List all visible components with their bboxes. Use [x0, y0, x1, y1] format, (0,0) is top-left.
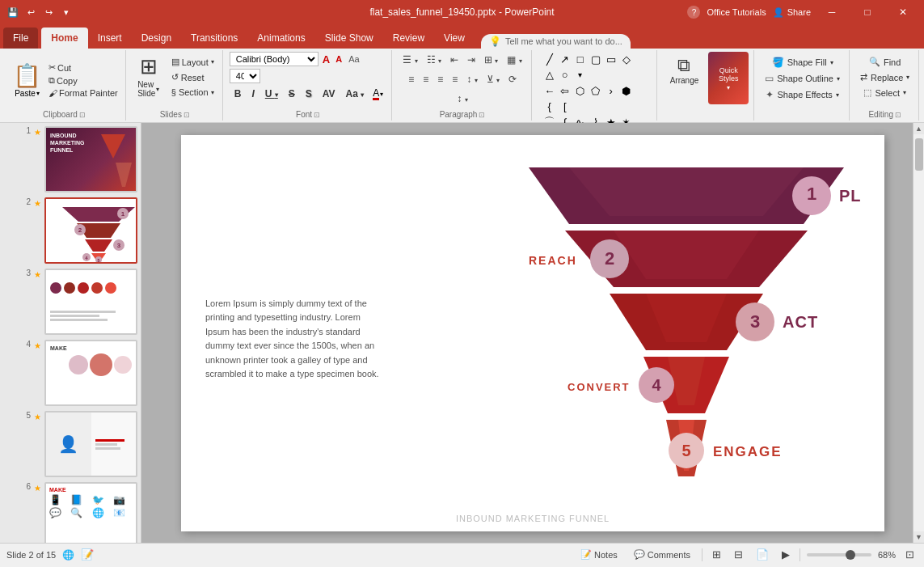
italic-button[interactable]: I — [247, 86, 259, 102]
tell-me-bar[interactable]: 💡 Tell me what you want to do... — [481, 34, 631, 49]
minimize-button[interactable]: ─ — [817, 0, 846, 24]
snip-rect-shape[interactable]: ▭ — [604, 52, 618, 66]
font-size-select[interactable]: 40 — [230, 69, 260, 83]
tab-file[interactable]: File — [3, 28, 38, 49]
zoom-slider[interactable] — [807, 553, 871, 556]
layout-button[interactable]: ▤ Layout ▾ — [168, 55, 217, 69]
format-painter-button[interactable]: 🖌 Format Painter — [46, 87, 120, 99]
save-icon[interactable]: 💾 — [6, 6, 19, 19]
bullets-button[interactable]: ☰ ▾ — [399, 52, 421, 68]
reset-button[interactable]: ↺ Reset — [168, 70, 217, 84]
arrow2-shape[interactable]: ⇦ — [558, 83, 572, 98]
smartart-button[interactable]: ⊞ ▾ — [480, 52, 502, 68]
numbering-button[interactable]: ☷ ▾ — [423, 52, 445, 68]
zoom-thumb[interactable] — [846, 550, 855, 560]
tab-transitions[interactable]: Transitions — [181, 28, 247, 49]
tab-view[interactable]: View — [434, 28, 475, 49]
close-button[interactable]: ✕ — [888, 0, 918, 24]
increase-indent-button[interactable]: ⇥ — [463, 52, 479, 68]
convert-smartart-button[interactable]: ⟳ — [504, 71, 521, 87]
quick-styles-button[interactable]: QuickStyles ▾ — [708, 52, 749, 104]
triangle-shape[interactable]: △ — [542, 67, 557, 82]
shadow-button[interactable]: S — [301, 86, 317, 102]
arrange-button[interactable]: ⧉ Arrange — [664, 52, 706, 88]
office-tutorials[interactable]: Office Tutorials — [707, 7, 766, 17]
help-search[interactable]: ? — [687, 6, 700, 19]
char-spacing-button[interactable]: AV — [318, 86, 340, 102]
new-slide-button[interactable]: ⊞ New Slide ▾ — [133, 52, 165, 100]
tab-slideshow[interactable]: Slide Show — [315, 28, 383, 49]
tab-insert[interactable]: Insert — [88, 28, 132, 49]
rect-shape[interactable]: □ — [573, 52, 588, 66]
circle-shape[interactable]: ○ — [558, 67, 572, 82]
underline-button[interactable]: U ▾ — [260, 86, 283, 102]
slide-sorter-button[interactable]: ⊟ — [731, 547, 746, 562]
comments-button[interactable]: 💬 Comments — [629, 548, 695, 561]
chevron-shape[interactable]: › — [604, 83, 618, 98]
notes-button[interactable]: 📝 Notes — [576, 548, 622, 561]
reading-view-button[interactable]: 📄 — [753, 547, 772, 562]
customize-icon[interactable]: ▾ — [60, 6, 73, 19]
replace-button[interactable]: ⇄ Replace ▾ — [856, 70, 913, 84]
text-direction-button[interactable]: ↕ ▾ — [462, 71, 481, 87]
slides-expand-icon[interactable]: ⊡ — [184, 111, 190, 119]
slide-thumb-4[interactable]: MAKE — [44, 340, 137, 406]
share-button[interactable]: 👤 Share — [773, 7, 811, 18]
scroll-down-arrow[interactable]: ▼ — [913, 531, 925, 543]
shape-outline-button[interactable]: ▭ Shape Outline ▾ — [761, 71, 844, 86]
editing-expand-icon[interactable]: ⊡ — [895, 111, 901, 119]
section-button[interactable]: § Section ▾ — [168, 86, 217, 99]
clipboard-expand-icon[interactable]: ⊡ — [79, 111, 86, 119]
bracket-shape[interactable]: [ — [558, 99, 572, 113]
font-name-select[interactable]: Calibri (Body) — [230, 52, 319, 66]
tab-animations[interactable]: Animations — [247, 28, 314, 49]
scroll-up-arrow[interactable]: ▲ — [913, 123, 925, 134]
cut-button[interactable]: ✂ Cut — [46, 61, 120, 74]
arrow-shape[interactable]: ← — [542, 83, 557, 98]
font-expand-icon[interactable]: ⊡ — [314, 111, 320, 119]
slide-thumb-2[interactable]: 1 2 3 4 5 — [44, 197, 137, 264]
tab-review[interactable]: Review — [383, 28, 434, 49]
maximize-button[interactable]: □ — [853, 0, 882, 24]
shape-fill-button[interactable]: 🪣 Shape Fill ▾ — [768, 55, 838, 70]
slide-thumb-1[interactable]: INBOUNDMARKETINGFUNNEL — [44, 126, 137, 193]
slide-thumb-5[interactable]: 👤 — [44, 411, 137, 477]
cube-shape[interactable]: ⬢ — [619, 83, 634, 98]
tab-home[interactable]: Home — [41, 28, 87, 49]
more-shapes[interactable]: ▾ — [573, 67, 588, 82]
slide-thumb-6[interactable]: MAKE 📱 📘 🐦 📷 💬 🔍 🌐 📧 — [44, 482, 137, 543]
undo-icon[interactable]: ↩ — [24, 6, 37, 19]
pentagon-shape[interactable]: ⬠ — [589, 83, 603, 98]
fit-to-window-button[interactable]: ⊡ — [902, 547, 918, 562]
clear-format-button[interactable]: Aa — [346, 53, 361, 65]
align-text-button[interactable]: ⊻ ▾ — [483, 71, 504, 87]
align-left-button[interactable]: ≡ — [404, 71, 418, 87]
align-center-button[interactable]: ≡ — [419, 71, 432, 87]
tab-design[interactable]: Design — [132, 28, 181, 49]
change-case-button[interactable]: Aa ▾ — [341, 86, 369, 102]
strikethrough-button[interactable]: S — [284, 86, 300, 102]
columns-button[interactable]: ▦ ▾ — [503, 52, 525, 68]
rounded-rect-shape[interactable]: ▢ — [589, 52, 603, 66]
select-button[interactable]: ⬚ Select ▾ — [859, 86, 910, 99]
body-text[interactable]: Lorem Ipsum is simply dummy text of the … — [205, 297, 383, 383]
copy-button[interactable]: ⧉ Copy — [46, 74, 120, 87]
slide-thumb-3[interactable] — [44, 269, 137, 335]
connector-shape[interactable]: ↗ — [558, 52, 572, 66]
redo-icon[interactable]: ↪ — [42, 6, 55, 19]
brace-shape[interactable]: { — [542, 99, 557, 113]
increase-size-button[interactable]: A — [320, 53, 332, 66]
paste-button[interactable]: 📋 Paste ▾ — [8, 61, 46, 99]
diamond-shape[interactable]: ◇ — [619, 52, 634, 66]
line-spacing-button[interactable]: ↕ ▾ — [453, 91, 471, 107]
notes-panel-icon[interactable]: 📝 — [81, 548, 94, 561]
align-right-button[interactable]: ≡ — [433, 71, 447, 87]
decrease-indent-button[interactable]: ⇤ — [446, 52, 462, 68]
slide-main[interactable]: Lorem Ipsum is simply dummy text of the … — [181, 135, 884, 531]
bold-button[interactable]: B — [230, 86, 247, 102]
scroll-thumb[interactable] — [915, 138, 923, 171]
justify-button[interactable]: ≡ — [448, 71, 462, 87]
slideshow-button[interactable]: ▶ — [778, 547, 793, 562]
normal-view-button[interactable]: ⊞ — [709, 547, 724, 562]
shape-effects-button[interactable]: ✦ Shape Effects ▾ — [762, 87, 842, 102]
